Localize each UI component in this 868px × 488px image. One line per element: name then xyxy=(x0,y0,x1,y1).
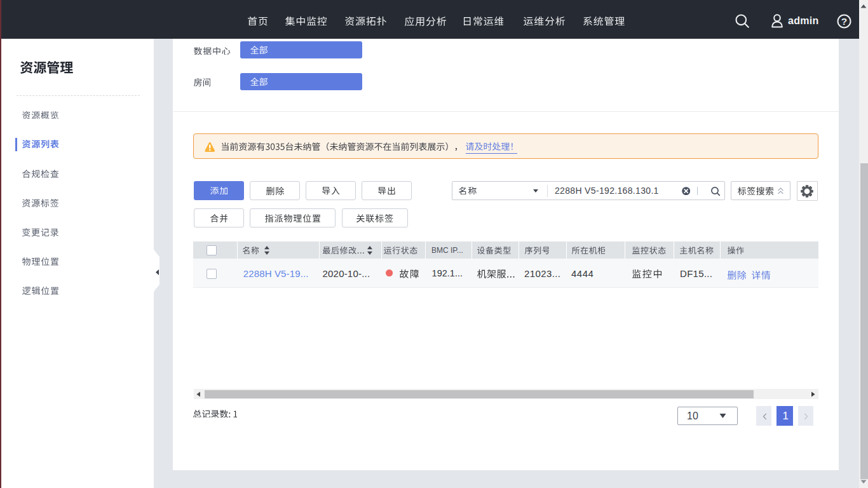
svg-text:?: ? xyxy=(841,16,847,27)
